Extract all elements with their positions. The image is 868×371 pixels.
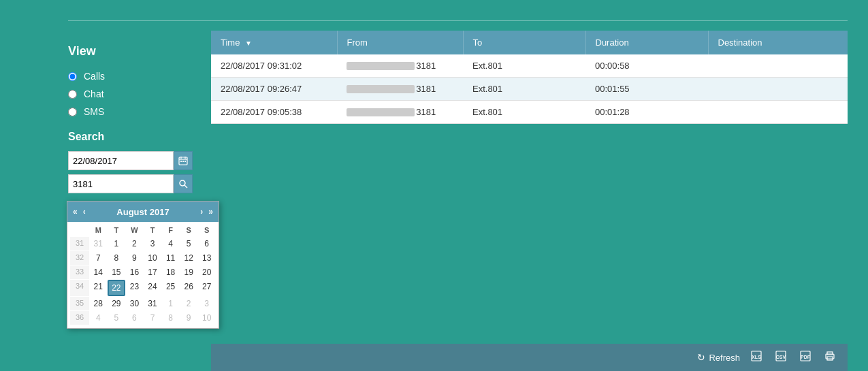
blurred-from: ▓▓▓▓▓▓▓▓▓▓ [347,108,415,116]
table-body: 22/08/2017 09:31:02 ▓▓▓▓▓▓▓▓▓▓3181 Ext.8… [211,54,848,124]
cal-day[interactable]: 16 [125,265,144,279]
radio-chat[interactable]: Chat [68,88,204,99]
svg-line-8 [184,185,187,188]
radio-calls[interactable]: Calls [68,71,204,82]
cal-day[interactable]: 7 [89,251,108,265]
cal-day[interactable]: 2 [180,297,198,310]
sort-indicator: ▼ [245,39,252,47]
cal-day[interactable]: 11 [161,251,180,265]
view-radio-group: Calls Chat SMS [68,71,204,117]
cell-destination [708,78,848,101]
radio-calls-label: Calls [84,71,105,82]
cal-day[interactable]: 7 [144,311,162,325]
week-col-header [70,225,89,236]
cal-day[interactable]: 25 [161,280,180,296]
cal-day[interactable]: 21 [89,280,108,296]
day-header-t2: T [144,225,162,236]
cal-day[interactable]: 19 [180,265,198,279]
cal-day[interactable]: 29 [108,297,126,310]
cal-day[interactable]: 1 [161,297,180,310]
table-row: 22/08/2017 09:26:47 ▓▓▓▓▓▓▓▓▓▓3181 Ext.8… [211,78,848,101]
calendar-icon [178,156,188,165]
top-divider [68,20,848,21]
week-num-34: 34 [70,280,89,296]
cal-day[interactable]: 18 [161,265,180,279]
cal-day[interactable]: 14 [89,265,108,279]
cal-day[interactable]: 23 [125,280,144,296]
export-xls-button[interactable]: XLS [748,349,765,366]
cell-time: 22/08/2017 09:05:38 [211,101,337,124]
export-pdf-button[interactable]: PDF [797,349,814,366]
cell-to: Ext.801 [463,101,585,124]
table-row: 22/08/2017 09:05:38 ▓▓▓▓▓▓▓▓▓▓3181 Ext.8… [211,101,848,124]
cal-day[interactable]: 15 [108,265,126,279]
radio-chat-input[interactable] [68,90,77,99]
cal-day[interactable]: 6 [125,311,144,325]
bottom-bar: ↻ Refresh XLS CSV PDF [211,344,848,371]
cell-time: 22/08/2017 09:26:47 [211,78,337,101]
cal-day[interactable]: 9 [125,251,144,265]
cal-prev-month-btn[interactable]: ‹ [80,206,89,218]
radio-calls-input[interactable] [68,72,77,81]
date-input[interactable] [68,151,174,170]
cal-day[interactable]: 13 [197,251,216,265]
cal-day-selected[interactable]: 22 [108,280,126,296]
cal-day[interactable]: 8 [161,311,180,325]
blurred-from: ▓▓▓▓▓▓▓▓▓▓ [347,85,415,93]
col-header-from[interactable]: From [337,31,463,54]
cal-day[interactable]: 31 [89,237,108,251]
cal-day[interactable]: 8 [108,251,126,265]
cal-day[interactable]: 6 [197,237,216,251]
col-header-destination[interactable]: Destination [708,31,848,54]
cal-day[interactable]: 17 [144,265,162,279]
svg-rect-17 [827,352,833,355]
col-header-duration[interactable]: Duration [585,31,708,54]
day-header-s2: S [197,225,216,236]
day-header-t1: T [108,225,126,236]
table-header-row: Time ▼ From To Duration Destination [211,31,848,54]
col-header-time[interactable]: Time ▼ [211,31,337,54]
main-content: Time ▼ From To Duration Destination 22/0… [211,31,848,344]
cal-prev-year-btn[interactable]: « [70,206,80,218]
cal-day[interactable]: 4 [89,311,108,325]
cal-day[interactable]: 3 [144,237,162,251]
cal-day[interactable]: 24 [144,280,162,296]
cal-next-month-btn[interactable]: › [197,206,206,218]
cal-day[interactable]: 2 [125,237,144,251]
radio-chat-label: Chat [84,88,104,99]
pdf-icon: PDF [800,351,811,361]
cal-day[interactable]: 5 [108,311,126,325]
date-input-wrap [68,151,204,170]
cal-day[interactable]: 4 [161,237,180,251]
export-csv-button[interactable]: CSV [773,349,789,366]
print-button[interactable] [822,349,838,366]
cal-day[interactable]: 9 [180,311,198,325]
calendar-popup: « ‹ August 2017 › » M T W T F S S 31 31 … [67,201,219,329]
svg-rect-5 [182,161,184,162]
cal-day[interactable]: 31 [144,297,162,310]
refresh-button[interactable]: ↻ Refresh [697,352,740,363]
cal-week-35: 35 28 29 30 31 1 2 3 [70,297,216,310]
cal-day[interactable]: 26 [180,280,198,296]
cal-day[interactable]: 28 [89,297,108,310]
cal-day[interactable]: 10 [144,251,162,265]
refresh-icon: ↻ [697,352,705,363]
cal-day[interactable]: 27 [197,280,216,296]
cal-day[interactable]: 12 [180,251,198,265]
cal-day[interactable]: 1 [108,237,126,251]
cal-day[interactable]: 3 [197,297,216,310]
cal-next-year-btn[interactable]: » [206,206,216,218]
calendar-button[interactable] [174,151,193,170]
cal-day[interactable]: 30 [125,297,144,310]
search-button[interactable] [174,174,193,193]
cal-day[interactable]: 10 [197,311,216,325]
col-header-to[interactable]: To [463,31,585,54]
search-input[interactable] [68,174,174,193]
cal-day[interactable]: 5 [180,237,198,251]
week-num-35: 35 [70,297,89,310]
cal-day[interactable]: 20 [197,265,216,279]
radio-sms[interactable]: SMS [68,106,204,117]
table-row: 22/08/2017 09:31:02 ▓▓▓▓▓▓▓▓▓▓3181 Ext.8… [211,54,848,78]
radio-sms-input[interactable] [68,108,77,116]
calendar-grid: M T W T F S S 31 31 1 2 3 4 5 6 32 7 8 9… [67,222,219,328]
